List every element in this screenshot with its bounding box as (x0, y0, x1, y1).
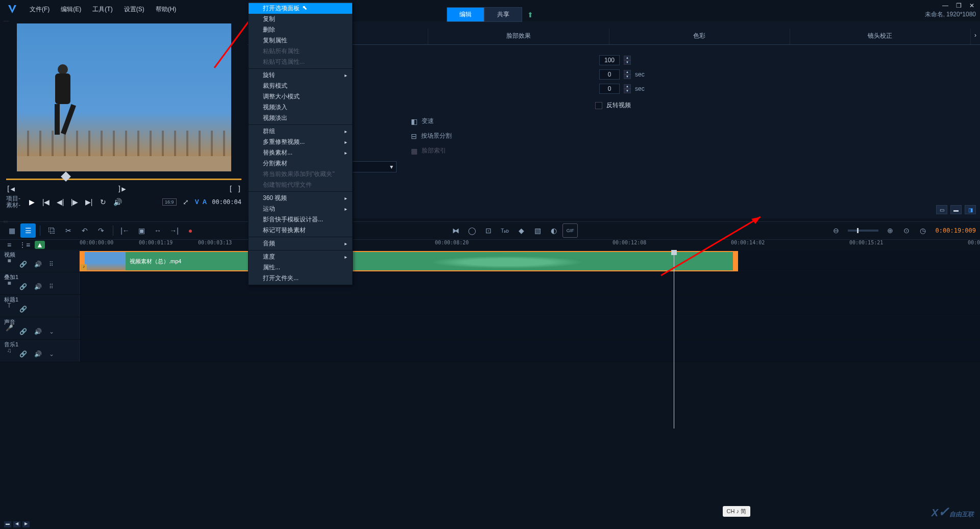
goto-end-button[interactable]: ▶| (84, 197, 94, 207)
timeline-view-button[interactable]: ☰ (20, 223, 36, 238)
spinner-down[interactable]: ▼ (624, 74, 631, 79)
ctx-item[interactable]: 调整大小模式 (249, 91, 352, 102)
fadein-input[interactable] (599, 69, 620, 80)
track-menu-icon[interactable]: ⋮≡ (19, 241, 30, 249)
prop-tab-lens[interactable]: 镜头校正 (790, 29, 971, 44)
reverse-checkbox[interactable] (595, 102, 602, 109)
player-mode-clip[interactable]: 素材- (6, 202, 20, 209)
record-button[interactable]: ● (183, 223, 198, 238)
ctx-item[interactable]: 裁剪模式 (249, 81, 352, 91)
menu-file[interactable]: 文件(F) (24, 3, 55, 16)
menu-edit[interactable]: 编辑(E) (56, 3, 86, 16)
spinner-up[interactable]: ▲ (624, 84, 631, 89)
loop-button[interactable]: ↻ (98, 197, 108, 207)
play-button[interactable]: ▶ (27, 197, 37, 207)
mute-icon[interactable]: 🔊 (34, 261, 42, 268)
ctx-item[interactable]: 属性... (249, 262, 352, 273)
track-add-icon[interactable]: ▲ (35, 241, 45, 249)
close-button[interactable]: ✕ (968, 2, 976, 9)
fit-button[interactable]: ⊙ (899, 223, 914, 238)
spinner-down[interactable]: ▼ (624, 60, 631, 65)
mode-edit[interactable]: 编辑 (447, 7, 484, 22)
mute-icon[interactable]: 🔊 (34, 328, 42, 335)
preview-timecode[interactable]: 00:00:04 (212, 198, 241, 206)
expand-icon[interactable]: ⌄ (49, 328, 54, 335)
gif-button[interactable]: GIF (562, 223, 578, 238)
track-list-icon[interactable]: ≡ (4, 241, 14, 249)
paint-button[interactable]: ◆ (513, 223, 529, 238)
zoom-out-button[interactable]: ⊖ (828, 223, 844, 238)
expand-icon[interactable]: ⤢ (181, 197, 191, 207)
upload-icon[interactable]: ⬆ (527, 11, 533, 19)
mark-in-button[interactable]: |← (117, 223, 133, 238)
ctx-item[interactable]: 标记可替换素材 (249, 225, 352, 236)
expand-icon[interactable]: ⌄ (49, 350, 54, 358)
ctx-item[interactable]: 替换素材... (249, 147, 352, 158)
status-scroll-right[interactable]: ▶ (22, 521, 30, 527)
ctx-item[interactable]: 视频淡入 (249, 102, 352, 113)
undo-button[interactable]: ↶ (77, 223, 92, 238)
ripple-icon[interactable]: ⠿ (49, 283, 54, 290)
ctx-item[interactable]: 360 视频 (249, 193, 352, 204)
text3d-button[interactable]: T₃ᴅ (497, 223, 512, 238)
ctx-item[interactable]: 影音快手模板设计器... (249, 214, 352, 225)
link-icon[interactable]: 🔗 (19, 261, 27, 268)
step-back-button[interactable]: ◀| (55, 197, 65, 207)
mode-share[interactable]: 共享 (484, 7, 522, 22)
spinner-up[interactable]: ▲ (624, 56, 631, 60)
track-title-content[interactable] (80, 295, 980, 317)
link-icon[interactable]: 🔗 (19, 306, 27, 313)
panel-layout-1-icon[interactable]: ▭ (936, 205, 947, 214)
cut-button[interactable]: ✂ (61, 223, 76, 238)
prop-tab-next-icon[interactable]: › (971, 29, 980, 44)
prop-tab-color[interactable]: 色彩 (609, 29, 790, 44)
mark-out-button[interactable]: →| (166, 223, 182, 238)
redo-button[interactable]: ↷ (93, 223, 109, 238)
ctx-item[interactable]: 群组 (249, 126, 352, 137)
link-icon[interactable]: 🔗 (19, 283, 27, 290)
ctx-item[interactable]: 复制属性 (249, 35, 352, 46)
speed-link[interactable]: ◧ 变速 (254, 117, 974, 125)
ctx-item[interactable]: 速度 (249, 251, 352, 262)
timeline-ruler[interactable]: ≡ ⋮≡ ▲ 00:00:00:0000:00:01:1900:00:03:13… (0, 240, 980, 250)
panel-layout-2-icon[interactable]: ▬ (950, 205, 962, 214)
playhead[interactable] (674, 250, 674, 429)
video-clip[interactable]: 视频素材（总）.mp4 ♪ (80, 251, 738, 271)
prop-tab-face[interactable]: 脸部效果 (428, 29, 609, 44)
ctx-item[interactable]: 复制 (249, 14, 352, 24)
ctx-item[interactable]: 删除 (249, 24, 352, 35)
maximize-button[interactable]: ❐ (954, 2, 963, 9)
zoom-slider[interactable] (848, 230, 878, 232)
menu-settings[interactable]: 设置(S) (119, 3, 150, 16)
track-overlay-content[interactable] (80, 272, 980, 294)
panel-layout-3-icon[interactable]: ◨ (965, 205, 976, 214)
tracking-button[interactable]: ⊡ (481, 223, 496, 238)
va-toggle[interactable]: V A (195, 198, 208, 206)
track-sound-content[interactable] (80, 317, 980, 339)
ctx-item[interactable]: 音频 (249, 238, 352, 249)
mute-icon[interactable]: 🔊 (34, 350, 42, 358)
status-scroll-left[interactable]: ◀ (13, 521, 20, 527)
storyboard-view-button[interactable]: ▦ (4, 223, 19, 238)
step-forward-button[interactable]: |▶ (69, 197, 80, 207)
link-icon[interactable]: 🔗 (19, 350, 27, 358)
spinner-down[interactable]: ▼ (624, 89, 631, 93)
aspect-badge[interactable]: 16:9 (162, 198, 177, 206)
link-icon[interactable]: 🔗 (19, 328, 27, 335)
ctx-item[interactable]: 多重修整视频... (249, 137, 352, 147)
timeline-timecode[interactable]: 0:00:19:009 (936, 227, 976, 234)
volume-button[interactable]: 🔊 (112, 197, 122, 207)
ctx-item[interactable]: 打开文件夹... (249, 273, 352, 284)
track-video-content[interactable]: 视频素材（总）.mp4 ♪ (80, 250, 980, 272)
adjust-button[interactable]: ◐ (546, 223, 561, 238)
mark-range-icon[interactable]: [ ] (229, 185, 241, 193)
goto-start-button[interactable]: |◀ (41, 197, 51, 207)
ctx-item[interactable]: 运动 (249, 204, 352, 214)
crop-button[interactable]: ▣ (134, 223, 149, 238)
ctx-item[interactable]: 分割素材 (249, 158, 352, 169)
preview-scrubber[interactable] (6, 175, 241, 183)
transition-button[interactable]: ⧓ (448, 223, 463, 238)
ctx-item[interactable]: 旋转 (249, 70, 352, 81)
menu-tools[interactable]: 工具(T) (87, 3, 117, 16)
clock-icon[interactable]: ◷ (915, 223, 930, 238)
